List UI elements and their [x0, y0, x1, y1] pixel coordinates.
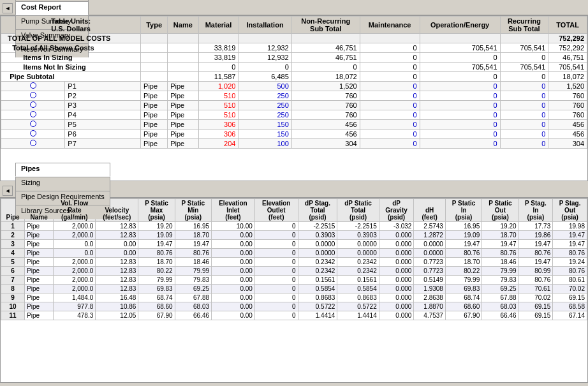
pipe-maint: 0 [360, 130, 420, 139]
row-p-stat-min: 68.03 [175, 302, 211, 311]
row-dp-grav: 0.000 [379, 311, 414, 320]
row-p-stat-in: 68.60 [445, 302, 481, 311]
cost-table-header-row: Table Units:U.S. Dollars Type Name Mater… [1, 17, 587, 34]
row-elev-in: 10.00 [212, 222, 255, 231]
row-p-stag-in: 69.15 [518, 311, 553, 320]
material-header: Material [198, 17, 239, 34]
pipe-recurring: 0 [500, 130, 548, 139]
not-sizing-install: 0 [239, 63, 291, 72]
pipe-name: P3 [65, 101, 141, 110]
pipe-namecol: Pipe [168, 91, 198, 101]
items-not-sizing-row: Items Not In Sizing 0 0 0 0 705,541 705,… [1, 63, 587, 72]
pipe-nonrec: 304 [291, 139, 360, 149]
row-dp-stag: 0.2342 [298, 267, 337, 276]
row-name: Pipe [25, 285, 54, 293]
cost-report-section: Table Units:U.S. Dollars Type Name Mater… [0, 15, 588, 181]
row-dp-grav: 0.000 [379, 267, 414, 276]
sizing-maint: 0 [360, 53, 420, 63]
sizing-label: Items In Sizing [1, 53, 141, 63]
row-p-stag-out: 19.24 [553, 258, 587, 267]
sizing-recurring: 0 [500, 53, 548, 63]
sizing-material: 33,819 [198, 53, 239, 63]
pipe-openergy: 0 [420, 130, 500, 139]
pipe-maint: 0 [360, 110, 420, 120]
row-dh: 1.8870 [414, 302, 446, 311]
pipe-installation: 250 [239, 91, 291, 101]
pipe-total: 456 [548, 130, 587, 139]
row-id: 7 [1, 276, 25, 285]
data-section: Pipe Name Vol. FlowRate(gal/min) Velocit… [0, 198, 588, 383]
table-row: 5 Pipe 2,000.0 12.83 18.70 18.46 0.00 0 … [1, 258, 587, 267]
pipe-sub-maint: 0 [360, 72, 420, 82]
row-p-stat-min: 79.99 [175, 267, 211, 276]
sizing-nonrec: 46,751 [291, 53, 360, 63]
pipe-name: P7 [65, 139, 141, 149]
sizing-total: 46,751 [548, 53, 587, 63]
table-row: 3 Pipe 0.0 0.00 19.47 19.47 0.00 0 0.000… [1, 240, 587, 249]
pipe-recurring: 0 [500, 101, 548, 110]
row-vol-flow: 2,000.0 [54, 276, 96, 285]
row-p-stag-out: 80.76 [553, 249, 587, 258]
row-dh: 0.0000 [414, 249, 446, 258]
row-elev-in: 0.00 [212, 285, 255, 293]
row-dp-grav: 0.000 [379, 258, 414, 267]
bottom-tab-sizing[interactable]: Sizing [15, 177, 110, 191]
tab-scroll-left[interactable]: ◄ [3, 3, 13, 13]
pipe-recurring: 0 [500, 91, 548, 101]
row-p-stat-out: 79.83 [482, 276, 518, 285]
row-p-stag-out: 70.02 [553, 285, 587, 293]
shown-label: Total of All Shown Costs [1, 43, 141, 53]
shown-install: 12,932 [239, 43, 291, 53]
pipe-openergy: 0 [420, 110, 500, 120]
pipe-sub-material: 11,587 [198, 72, 239, 82]
total-nonrec [291, 34, 360, 43]
row-dp-stat: 0.1561 [337, 276, 379, 285]
pipe-total: 760 [548, 110, 587, 120]
pipe-sub-total: 18,072 [548, 72, 587, 82]
bottom-tab-pipes[interactable]: Pipes [15, 163, 110, 177]
row-dh: 2.5743 [414, 222, 446, 231]
row-p-stat-in: 19.47 [445, 240, 481, 249]
dp-static-total-col-header: dP StaticTotal(psid) [337, 199, 379, 222]
row-p-stat-min: 18.46 [175, 258, 211, 267]
row-dp-stag: 1.4414 [298, 311, 337, 320]
bottom-tab-scroll-left[interactable]: ◄ [3, 186, 13, 196]
row-p-stat-max: 19.47 [138, 240, 175, 249]
p-stag-out-col-header: P Stag.Out(psia) [553, 199, 587, 222]
row-p-stat-min: 79.83 [175, 276, 211, 285]
row-p-stag-out: 19.47 [553, 240, 587, 249]
pipe-material: 510 [198, 91, 239, 101]
total-header: TOTAL [548, 17, 587, 34]
row-elev-in: 0.00 [212, 231, 255, 240]
not-sizing-recurring: 705,541 [500, 63, 548, 72]
cost-table: Table Units:U.S. Dollars Type Name Mater… [1, 16, 587, 149]
row-p-stag-in: 19.86 [518, 231, 553, 240]
row-p-stat-out: 18.46 [482, 258, 518, 267]
pipe-maint: 0 [360, 101, 420, 110]
pipe-name: P5 [65, 120, 141, 130]
total-name [168, 34, 198, 43]
row-p-stat-max: 80.22 [138, 267, 175, 276]
shown-nonrec: 46,751 [291, 43, 360, 53]
row-p-stag-in: 70.61 [518, 285, 553, 293]
tab-cost-report[interactable]: Cost Report [15, 1, 89, 15]
row-p-stat-min: 19.47 [175, 240, 211, 249]
sizing-install: 12,932 [239, 53, 291, 63]
pipe-recurring: 0 [500, 110, 548, 120]
row-p-stat-max: 80.76 [138, 249, 175, 258]
pipe-row: P7 Pipe Pipe 204 100 304 0 0 0 304 [1, 139, 587, 149]
row-vol-flow: 478.3 [54, 311, 96, 320]
row-p-stat-min: 16.95 [175, 222, 211, 231]
pipe-circle [1, 130, 65, 139]
row-name: Pipe [25, 267, 54, 276]
row-p-stat-in: 68.74 [445, 293, 481, 302]
row-id: 5 [1, 258, 25, 267]
row-p-stag-out: 19.98 [553, 222, 587, 231]
row-vol-flow: 2,000.0 [54, 285, 96, 293]
row-p-stat-in: 79.99 [445, 276, 481, 285]
row-velocity: 12.83 [96, 258, 138, 267]
pipe-openergy: 0 [420, 101, 500, 110]
total-installation [239, 34, 291, 43]
pipe-subtotal-label: Pipe Subtotal [1, 72, 141, 82]
table-row: 6 Pipe 2,000.0 12.83 80.22 79.99 0.00 0 … [1, 267, 587, 276]
